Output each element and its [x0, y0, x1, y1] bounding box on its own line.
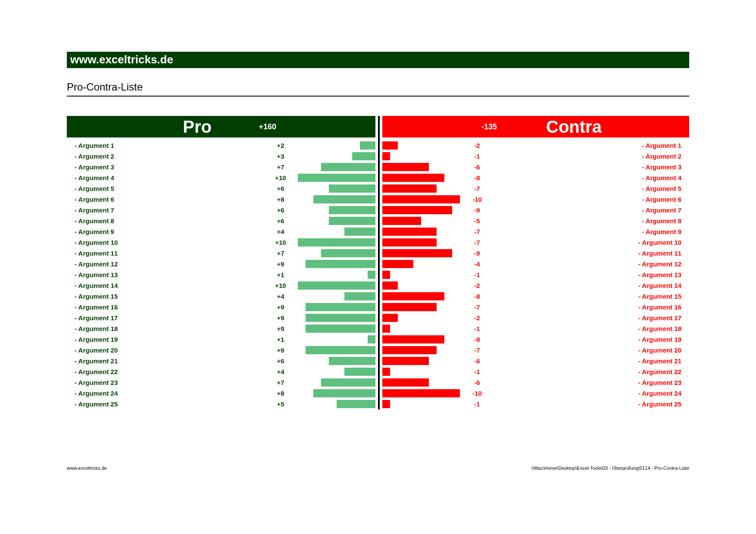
- pro-bar-zone: [298, 163, 375, 171]
- pro-value-label: +9: [268, 325, 294, 332]
- contra-bar: [382, 378, 429, 387]
- contra-bar-zone: [382, 271, 460, 279]
- pro-row: - Argument 11+7: [67, 248, 375, 259]
- pro-row: - Argument 6+8: [67, 194, 375, 205]
- pro-argument-label: - Argument 4: [75, 174, 114, 181]
- pro-bar-zone: [298, 206, 375, 214]
- pro-bar-zone: [298, 292, 375, 300]
- contra-row: -1- Argument 18: [382, 323, 689, 334]
- pro-value-label: +4: [268, 368, 294, 375]
- contra-value-label: -10: [464, 390, 490, 397]
- pro-row: - Argument 9+4: [67, 226, 375, 237]
- pro-value-label: +5: [268, 400, 294, 408]
- contra-argument-label: - Argument 24: [638, 390, 681, 397]
- pro-row: - Argument 15+4: [67, 291, 375, 302]
- pro-value-label: +4: [268, 293, 294, 300]
- pro-value-label: +2: [268, 142, 294, 149]
- pro-argument-label: - Argument 16: [75, 303, 118, 311]
- contra-value-label: -1: [464, 368, 490, 375]
- pro-row: - Argument 17+9: [67, 312, 375, 323]
- contra-value-label: -7: [464, 185, 490, 192]
- contra-argument-label: - Argument 13: [638, 271, 681, 278]
- pro-row: - Argument 7+6: [67, 205, 375, 215]
- pro-argument-label: - Argument 21: [75, 357, 118, 365]
- contra-value-label: -1: [464, 153, 490, 160]
- pro-argument-label: - Argument 1: [75, 142, 114, 149]
- contra-value-label: -7: [464, 228, 490, 235]
- pro-bar-zone: [298, 184, 375, 193]
- pro-argument-label: - Argument 13: [75, 271, 118, 278]
- contra-value-label: -5: [464, 217, 490, 225]
- pro-value-label: +7: [268, 250, 294, 257]
- contra-argument-label: - Argument 7: [642, 206, 681, 214]
- pro-argument-label: - Argument 22: [75, 368, 118, 375]
- contra-bar: [382, 389, 460, 397]
- contra-bar: [382, 303, 437, 311]
- contra-bar: [382, 357, 429, 365]
- contra-bar-zone: [382, 292, 460, 300]
- pro-bar-zone: [298, 281, 375, 290]
- pro-value-label: +3: [268, 153, 294, 160]
- contra-value-label: -2: [464, 314, 490, 322]
- contra-value-label: -7: [464, 303, 490, 311]
- pro-bar: [329, 206, 375, 214]
- pro-argument-label: - Argument 6: [75, 196, 114, 203]
- contra-column-header: -135 Contra: [382, 116, 689, 137]
- contra-sum: -135: [481, 122, 497, 131]
- page-footer: www.exceltricks.de \\Mac\Home\Desktop\Ex…: [67, 465, 689, 471]
- contra-row: -7- Argument 10: [382, 237, 689, 248]
- pro-argument-label: - Argument 8: [75, 217, 114, 225]
- pro-bar: [306, 260, 375, 268]
- contra-bar: [382, 271, 390, 279]
- contra-bar: [382, 335, 444, 344]
- contra-bar-zone: [382, 400, 460, 408]
- contra-value-label: -6: [464, 163, 490, 171]
- pro-bar: [344, 292, 375, 300]
- contra-bar: [382, 260, 413, 268]
- pro-argument-label: - Argument 25: [75, 400, 118, 408]
- contra-value-label: -8: [464, 293, 490, 300]
- site-url: www.exceltricks.de: [70, 53, 173, 66]
- page-title: Pro-Contra-Liste: [67, 81, 689, 97]
- contra-bar-zone: [382, 152, 460, 160]
- pro-row: - Argument 4+10: [67, 172, 375, 183]
- contra-bar-zone: [382, 389, 460, 397]
- pro-bar: [344, 228, 375, 236]
- contra-row: -7- Argument 16: [382, 302, 689, 312]
- pro-argument-label: - Argument 5: [75, 185, 114, 192]
- contra-row: -1- Argument 22: [382, 366, 689, 377]
- site-banner: www.exceltricks.de: [67, 52, 689, 68]
- pro-bar-zone: [298, 378, 375, 387]
- contra-bar: [382, 163, 429, 171]
- contra-bar: [382, 400, 390, 408]
- footer-left: www.exceltricks.de: [67, 465, 107, 471]
- contra-bar-zone: [382, 141, 460, 150]
- contra-bar: [382, 368, 390, 376]
- pro-bar: [298, 281, 375, 290]
- pro-argument-label: - Argument 12: [75, 260, 118, 268]
- pro-bar-zone: [298, 217, 375, 225]
- contra-argument-label: - Argument 19: [638, 336, 681, 343]
- pro-row: - Argument 12+9: [67, 259, 375, 269]
- pro-row: - Argument 1+2: [67, 140, 375, 151]
- contra-row: -1- Argument 25: [382, 399, 689, 409]
- contra-row: -5- Argument 8: [382, 215, 689, 226]
- pro-row: - Argument 18+9: [67, 323, 375, 334]
- contra-bar-zone: [382, 325, 460, 333]
- contra-bar-zone: [382, 249, 460, 257]
- contra-row: -2- Argument 1: [382, 140, 689, 151]
- contra-bar: [382, 314, 398, 322]
- pro-bar-zone: [298, 238, 375, 247]
- contra-bar-zone: [382, 335, 460, 344]
- contra-row: -8- Argument 15: [382, 291, 689, 302]
- pro-bar: [306, 314, 375, 322]
- pro-value-label: +1: [268, 271, 294, 278]
- pro-value-label: +1: [268, 336, 294, 343]
- pro-row: - Argument 19+1: [67, 334, 375, 345]
- contra-bar-zone: [382, 378, 460, 387]
- contra-row: -8- Argument 4: [382, 172, 689, 183]
- pro-value-label: +7: [268, 163, 294, 171]
- pro-argument-label: - Argument 23: [75, 379, 118, 386]
- contra-row: -6- Argument 23: [382, 377, 689, 388]
- pro-bar: [368, 335, 375, 344]
